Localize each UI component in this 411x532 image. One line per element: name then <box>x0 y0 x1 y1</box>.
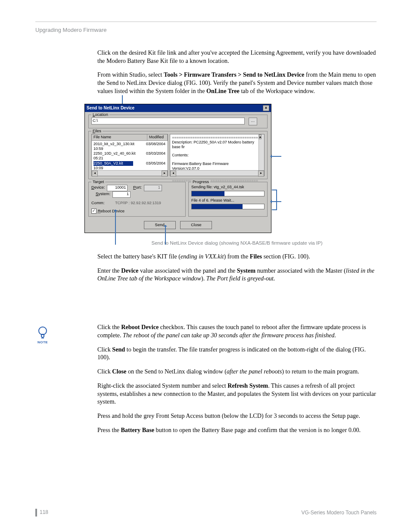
text-bold: Refresh System <box>227 382 268 389</box>
scroll-right-icon[interactable]: ▸ <box>162 171 168 177</box>
progress-text: File 4 of 6. Please Wait... <box>191 198 265 203</box>
list-item[interactable]: 2010_kit_v2_30_130.kit03/08/2004 10:59 <box>93 142 166 152</box>
text: Contents: <box>172 153 258 158</box>
scroll-up-icon[interactable]: ▴ <box>259 134 262 139</box>
text: on the Send to NetLinx dialog window ( <box>126 368 227 375</box>
text-bold: Battery Base <box>121 426 154 433</box>
scroll-left-icon[interactable]: ◂ <box>170 171 176 177</box>
text: From within Studio, select <box>97 71 164 78</box>
text: Click the <box>97 324 121 330</box>
file-list[interactable]: File Name Modified 2010_kit_v2_30_130.ki… <box>91 134 168 176</box>
dialog-title: Send to NetLinx Device <box>87 105 134 111</box>
page-footer: 118 VG-Series Modero Touch Panels <box>35 509 377 516</box>
group-label: Files <box>91 128 103 134</box>
paragraph: Press the Battery Base button to open th… <box>97 426 377 434</box>
port-input: 1 <box>144 185 162 191</box>
description-pane: ▴ ======================================… <box>170 134 265 176</box>
field-label: Comm: <box>91 200 105 206</box>
send-button[interactable]: Send <box>144 221 176 229</box>
text: Select the battery base's KIT file ( <box>97 253 181 260</box>
scroll-right-icon[interactable]: ▸ <box>258 171 264 177</box>
text: section (FIG. 100). <box>262 253 310 260</box>
text: Description: PC2250_50A v2.07 Modero bat… <box>172 140 258 150</box>
column-header: File Name <box>92 134 147 140</box>
figure: Send to NetLinx Device × Location C:\ … … <box>84 104 377 233</box>
list-item[interactable]: 2250_10D_v2_40_60.kit03/03/2004 05:21 <box>93 151 166 161</box>
group-label: Location <box>91 112 109 118</box>
list-item[interactable]: 2250_50A_V2.kit03/05/2004 10:09 <box>93 161 166 171</box>
group-label: Target <box>91 179 105 185</box>
text: button to open the Battery Base page and… <box>154 426 361 433</box>
progress-bar <box>191 204 265 209</box>
text: Click <box>97 346 112 353</box>
close-button[interactable]: Close <box>180 221 212 229</box>
connection-label: TCP/IP : 92.92.92.92:1319 <box>115 201 161 205</box>
group-label: Progress <box>191 179 210 185</box>
section-header: Upgrading Modero Firmware <box>35 27 106 33</box>
target-group: Target Device: 10001 Port: 1 System: 1 C… <box>88 182 186 217</box>
paragraph: Click Send to begin the transfer. The fi… <box>97 345 377 361</box>
svg-point-0 <box>39 327 47 335</box>
text: tab of the Workspace window. <box>240 87 315 94</box>
text: ) to return to the main program. <box>282 368 359 375</box>
menu-path: Tools > Firmware Transfers > Send to Net… <box>164 71 304 78</box>
text: Click <box>97 368 112 375</box>
text-italic: The reboot of the panel can take up 30 s… <box>123 332 336 339</box>
text-italic: The Port field is greyed-out. <box>206 275 275 282</box>
figure-caption: Send to NetLinx Device dialog (showing N… <box>97 240 377 246</box>
field-label: Port: <box>133 185 142 190</box>
note-label: NOTE <box>35 340 50 344</box>
paragraph: From within Studio, select Tools > Firmw… <box>97 71 377 95</box>
column-header: Modified <box>147 134 168 140</box>
text: ). <box>201 275 206 282</box>
progress-text: Sending file: vtg_v2_03_44.tsk <box>191 185 265 190</box>
paragraph: Select the battery base's KIT file (endi… <box>97 252 377 261</box>
text: Right-click the associated System number… <box>97 382 227 389</box>
files-group: Files File Name Modified 2010_kit_v2_30_… <box>88 131 268 179</box>
paragraph: Click on the desired Kit file link and a… <box>97 49 377 65</box>
system-input[interactable]: 1 <box>112 191 131 198</box>
progress-group: Progress Sending file: vtg_v2_03_44.tsk … <box>188 182 268 217</box>
paragraph: Right-click the associated System number… <box>97 382 377 406</box>
text-italic: ending in VXX.kit <box>181 253 224 260</box>
browse-button[interactable]: … <box>249 118 257 125</box>
reboot-checkbox[interactable]: ✓ <box>91 208 97 214</box>
text: number associated with the Master ( <box>255 267 346 274</box>
paragraph: Press and hold the grey Front Setup Acce… <box>97 412 377 420</box>
progress-bar <box>191 191 265 196</box>
note-icon: NOTE <box>35 326 50 344</box>
text-bold: System <box>237 267 255 274</box>
field-label: Device: <box>91 185 105 190</box>
text: Enter the <box>97 267 121 274</box>
scroll-left-icon[interactable]: ◂ <box>92 171 98 177</box>
paragraph: Enter the Device value associated with t… <box>97 267 377 283</box>
location-input[interactable]: C:\ <box>91 118 245 124</box>
text-italic: after the panel reboots <box>227 368 282 375</box>
text-bold: Close <box>112 368 126 375</box>
text: Firmware:Battery Base Firmware <box>172 162 258 166</box>
text-bold: OnLine Tree <box>206 87 240 94</box>
location-group: Location C:\ … <box>88 115 268 128</box>
footer-title: VG-Series Modero Touch Panels <box>301 510 377 516</box>
dialog-titlebar: Send to NetLinx Device × <box>85 104 271 112</box>
device-input[interactable]: 10001 <box>107 185 128 191</box>
send-to-netlinx-dialog: Send to NetLinx Device × Location C:\ … … <box>84 104 271 233</box>
text-bold: Reboot Device <box>121 324 159 330</box>
text: Press the <box>97 426 121 433</box>
page-number: 118 <box>40 509 48 515</box>
field-label: System: <box>96 191 110 197</box>
text-bold: Device <box>121 267 138 274</box>
paragraph: Click the Reboot Device checkbox. This c… <box>97 323 377 339</box>
close-icon[interactable]: × <box>263 105 269 111</box>
text: value associated with the panel and the <box>138 267 237 274</box>
paragraph: Click Close on the Send to NetLinx dialo… <box>97 367 377 376</box>
checkbox-label: Reboot Device <box>98 208 125 213</box>
text: to begin the transfer. The file transfer… <box>97 346 366 361</box>
text-bold: Files <box>250 253 262 260</box>
text-bold: Send <box>112 346 125 353</box>
text: ) from the <box>224 253 249 260</box>
